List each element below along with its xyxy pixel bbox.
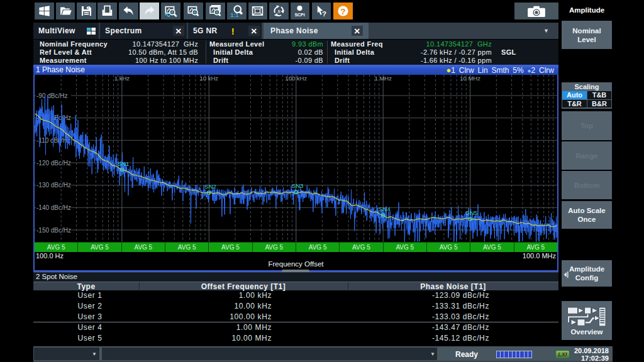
svg-text:?: ? (340, 7, 345, 16)
svg-text:SN4: SN4 (379, 206, 390, 212)
svg-text:1 MHz: 1 MHz (374, 75, 392, 82)
svg-text:?: ? (322, 10, 326, 18)
svg-text:SN3: SN3 (292, 182, 303, 189)
svg-text:1:1: 1:1 (230, 12, 238, 18)
svg-text:-90 dBc/Hz: -90 dBc/Hz (36, 92, 67, 99)
svg-text:10 kHz: 10 kHz (200, 75, 219, 82)
svg-text:10 MHz: 10 MHz (460, 75, 480, 82)
svg-text:SN1: SN1 (118, 160, 129, 167)
svg-text:SCPI: SCPI (295, 13, 305, 17)
svg-text:-120 dBc/Hz: -120 dBc/Hz (36, 160, 71, 167)
svg-text:SN2: SN2 (204, 183, 216, 190)
svg-text:-140 dBc/Hz: -140 dBc/Hz (36, 204, 71, 211)
svg-text:-130 dBc/Hz: -130 dBc/Hz (36, 182, 71, 189)
svg-text:-150 dBc/Hz: -150 dBc/Hz (36, 227, 71, 234)
svg-text:SN5: SN5 (466, 209, 477, 216)
svg-text:1 kHz: 1 kHz (114, 75, 130, 82)
svg-text:s: s (277, 8, 280, 14)
svg-text:100 kHz: 100 kHz (285, 75, 307, 82)
